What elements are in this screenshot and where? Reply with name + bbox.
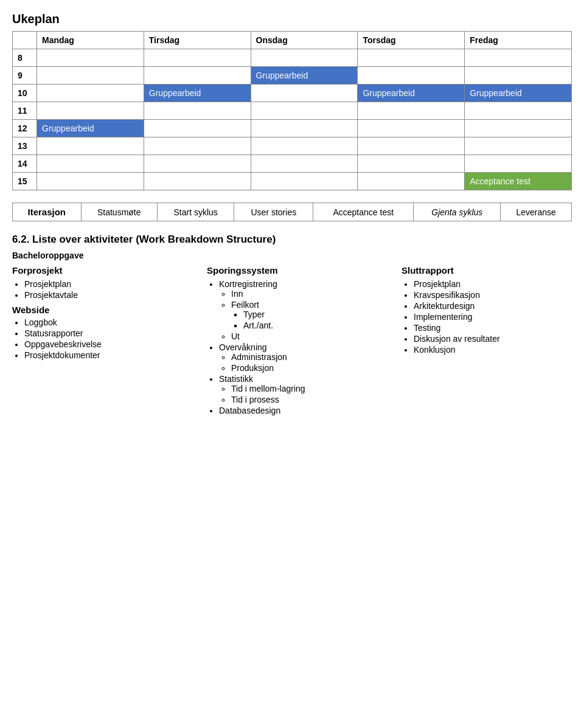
- row-number: 8: [13, 49, 37, 67]
- iterasjon-table: Iterasjon Statusmøte Start syklus User s…: [12, 203, 572, 221]
- section-heading: 6.2. Liste over aktiviteter (Work Breakd…: [12, 234, 572, 246]
- bacheloroppgave-label: Bacheloroppgave: [12, 251, 572, 260]
- list-item: Kravspesifikasjon: [414, 290, 572, 300]
- list-item: Typer: [243, 310, 377, 319]
- table-cell: [358, 102, 465, 120]
- list-item: Statusrapporter: [24, 328, 182, 338]
- table-cell: [465, 67, 572, 85]
- table-cell: [465, 137, 572, 155]
- table-cell: [144, 173, 251, 190]
- table-cell: [251, 85, 358, 102]
- table-cell: [144, 120, 251, 137]
- header-onsdag: Onsdag: [251, 32, 358, 49]
- row-number: 12: [13, 120, 37, 137]
- table-cell: [251, 120, 358, 137]
- header-torsdag: Torsdag: [358, 32, 465, 49]
- table-cell: [144, 49, 251, 67]
- table-cell: [251, 173, 358, 190]
- iterasjon-user-stories: User stories: [234, 203, 313, 221]
- iterasjon-acceptance-test: Acceptance test: [313, 203, 414, 221]
- table-cell: [144, 137, 251, 155]
- table-cell: [358, 173, 465, 190]
- table-cell: [37, 85, 144, 102]
- table-cell: [251, 155, 358, 173]
- iterasjon-leveranse: Leveranse: [501, 203, 572, 221]
- list-item: Arkitekturdesign: [414, 301, 572, 311]
- wbs-column: SporingssystemKortregistreringInnFeilkor…: [207, 265, 377, 417]
- table-row: 14: [13, 155, 572, 173]
- list-item: Oppgavebeskrivelse: [24, 339, 182, 349]
- row-number: 11: [13, 102, 37, 120]
- table-row: 13: [13, 137, 572, 155]
- table-cell: Acceptance test: [465, 173, 572, 190]
- table-cell: [358, 120, 465, 137]
- wbs-subsection-title: Webside: [12, 305, 182, 315]
- row-number: 10: [13, 85, 37, 102]
- iterasjon-label: Iterasjon: [13, 203, 82, 221]
- table-cell: [358, 67, 465, 85]
- table-cell: [37, 67, 144, 85]
- table-cell: [358, 155, 465, 173]
- row-number: 14: [13, 155, 37, 173]
- list-item: Art./ant.: [243, 321, 377, 330]
- list-item: Inn: [231, 289, 377, 299]
- header-tirsdag: Tirsdag: [144, 32, 251, 49]
- table-cell: [37, 173, 144, 190]
- iterasjon-gjenta-syklus: Gjenta syklus: [414, 203, 501, 221]
- list-item: Testing: [414, 323, 572, 333]
- wbs-col-title: Forprosjekt: [12, 265, 182, 276]
- iterasjon-statusmote: Statusmøte: [81, 203, 157, 221]
- table-cell: Gruppearbeid: [358, 85, 465, 102]
- wbs-col-title: Sporingssystem: [207, 265, 377, 276]
- list-item: KortregistreringInnFeilkortTyperArt./ant…: [219, 279, 377, 341]
- list-item: Tid i mellom-lagring: [231, 384, 377, 393]
- row-number: 15: [13, 173, 37, 190]
- table-cell: [358, 137, 465, 155]
- table-cell: [144, 67, 251, 85]
- table-cell: [144, 155, 251, 173]
- table-cell: [465, 155, 572, 173]
- ukeplan-title: Ukeplan: [12, 12, 572, 26]
- header-mandag: Mandag: [37, 32, 144, 49]
- table-row: 11: [13, 102, 572, 120]
- table-cell: [37, 155, 144, 173]
- list-item: Konklusjon: [414, 345, 572, 355]
- iterasjon-row: Iterasjon Statusmøte Start syklus User s…: [13, 203, 572, 221]
- table-cell: [144, 102, 251, 120]
- list-item: FeilkortTyperArt./ant.: [231, 300, 377, 330]
- table-row: 10GruppearbeidGruppearbeidGruppearbeid: [13, 85, 572, 102]
- table-row: 15Acceptance test: [13, 173, 572, 190]
- table-cell: [465, 49, 572, 67]
- table-row: 9Gruppearbeid: [13, 67, 572, 85]
- table-cell: [251, 49, 358, 67]
- ukeplan-table: Mandag Tirsdag Onsdag Torsdag Fredag 89G…: [12, 31, 572, 190]
- table-cell: Gruppearbeid: [37, 120, 144, 137]
- list-item: Prosjektdokumenter: [24, 350, 182, 360]
- wbs-column: ForprosjektProsjektplanProsjektavtaleWeb…: [12, 265, 182, 417]
- table-cell: [251, 102, 358, 120]
- table-header-row: Mandag Tirsdag Onsdag Torsdag Fredag: [13, 32, 572, 49]
- list-item: Loggbok: [24, 317, 182, 327]
- table-cell: [465, 120, 572, 137]
- iterasjon-start-syklus: Start syklus: [157, 203, 234, 221]
- list-item: StatistikkTid i mellom-lagringTid i pros…: [219, 374, 377, 404]
- header-empty: [13, 32, 37, 49]
- wbs-col-title: Sluttrapport: [401, 265, 572, 276]
- list-item: OvervåkningAdministrasjonProduksjon: [219, 342, 377, 373]
- row-number: 13: [13, 137, 37, 155]
- list-item: Prosjektavtale: [24, 290, 182, 300]
- table-cell: Gruppearbeid: [144, 85, 251, 102]
- table-row: 12Gruppearbeid: [13, 120, 572, 137]
- table-row: 8: [13, 49, 572, 67]
- wbs-container: ForprosjektProsjektplanProsjektavtaleWeb…: [12, 265, 572, 417]
- list-item: Implementering: [414, 312, 572, 322]
- table-cell: [37, 49, 144, 67]
- list-item: Prosjektplan: [414, 279, 572, 289]
- list-item: Ut: [231, 331, 377, 341]
- table-cell: Gruppearbeid: [251, 67, 358, 85]
- table-cell: Gruppearbeid: [465, 85, 572, 102]
- list-item: Databasedesign: [219, 406, 377, 415]
- list-item: Administrasjon: [231, 352, 377, 362]
- list-item: Diskusjon av resultater: [414, 334, 572, 344]
- table-cell: [37, 102, 144, 120]
